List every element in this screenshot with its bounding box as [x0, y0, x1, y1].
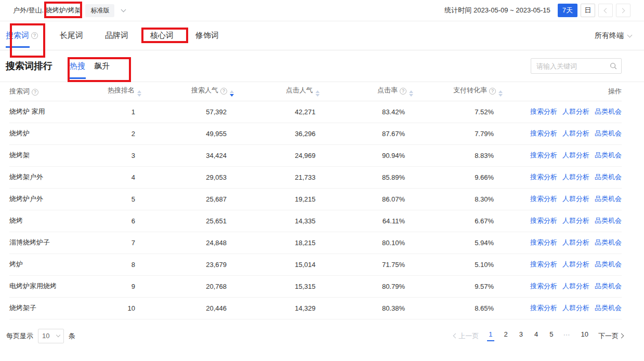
col-label: 搜索词 [9, 87, 30, 95]
action-link-category-opportunity[interactable]: 品类机会 [595, 108, 622, 115]
breadcrumb-current-category[interactable]: 烧烤炉/烤架 [46, 6, 82, 15]
action-link-search-analysis[interactable]: 搜索分析 [530, 282, 557, 290]
action-link-search-analysis[interactable]: 搜索分析 [530, 304, 557, 312]
keyword-search-input[interactable] [536, 62, 610, 70]
col-header-search_pop[interactable]: 搜索人气? [141, 82, 234, 101]
subtab-rising[interactable]: 飙升 [94, 50, 110, 82]
page-2[interactable]: 2 [503, 330, 509, 341]
terminal-filter[interactable]: 所有终端 [595, 31, 632, 41]
tab-brand-word[interactable]: 品牌词 [105, 21, 128, 50]
action-link-search-analysis[interactable]: 搜索分析 [530, 260, 557, 268]
action-link-search-analysis[interactable]: 搜索分析 [530, 195, 557, 203]
cell-rank: 10 [103, 297, 141, 319]
tab-core-word[interactable]: 核心词 [150, 21, 174, 50]
action-link-search-analysis[interactable]: 搜索分析 [530, 129, 557, 137]
action-link-crowd-analysis[interactable]: 人群分析 [562, 129, 589, 137]
action-link-category-opportunity[interactable]: 品类机会 [595, 238, 622, 246]
cell-rank: 8 [103, 253, 141, 275]
table-row: 烧烤炉249,95536,29687.67%7.79%搜索分析人群分析品类机会 [9, 123, 622, 144]
next-page-button[interactable]: 下一页 [598, 331, 625, 341]
cell-cvr: 5.10% [413, 253, 503, 275]
action-link-crowd-analysis[interactable]: 人群分析 [562, 195, 589, 203]
page-size-control: 每页显示 10 条 [6, 329, 75, 343]
action-link-search-analysis[interactable]: 搜索分析 [530, 108, 557, 115]
help-icon[interactable]: ? [400, 88, 406, 95]
action-link-category-opportunity[interactable]: 品类机会 [595, 129, 622, 137]
page-size-select[interactable]: 10 [38, 329, 64, 343]
action-link-search-analysis[interactable]: 搜索分析 [530, 151, 557, 159]
table-row: 烧烤架户外429,05321,73385.89%9.66%搜索分析人群分析品类机… [9, 166, 622, 188]
action-link-crowd-analysis[interactable]: 人群分析 [562, 108, 589, 115]
cell-cvr: 8.65% [413, 297, 503, 319]
action-link-crowd-analysis[interactable]: 人群分析 [562, 304, 589, 312]
tab-long-tail-word[interactable]: 长尾词 [60, 21, 83, 50]
prev-page-button[interactable]: 上一页 [452, 331, 479, 341]
tab-search-word[interactable]: 搜索词? [6, 21, 38, 50]
page-5[interactable]: 5 [548, 330, 555, 341]
action-link-search-analysis[interactable]: 搜索分析 [530, 173, 557, 181]
range-day-button[interactable]: 日 [581, 4, 595, 17]
page-1[interactable]: 1 [487, 330, 494, 341]
next-period-button[interactable] [616, 4, 630, 17]
sort-icon[interactable] [137, 90, 141, 97]
page-4[interactable]: 4 [533, 330, 540, 341]
action-link-category-opportunity[interactable]: 品类机会 [595, 151, 622, 159]
action-link-category-opportunity[interactable]: 品类机会 [595, 195, 622, 203]
action-link-crowd-analysis[interactable]: 人群分析 [562, 151, 589, 159]
cell-click_pop: 21,733 [234, 166, 320, 188]
help-icon[interactable]: ? [32, 89, 38, 96]
chevron-down-icon [627, 32, 633, 37]
table-row: 烧烤625,65114,33564.11%6.67%搜索分析人群分析品类机会 [9, 210, 622, 232]
chevron-down-icon[interactable] [121, 7, 126, 12]
action-link-category-opportunity[interactable]: 品类机会 [595, 173, 622, 181]
cell-cvr: 7.79% [413, 123, 503, 144]
action-link-search-analysis[interactable]: 搜索分析 [530, 238, 557, 246]
col-header-rank[interactable]: 热搜排名 [103, 82, 141, 101]
section-title: 搜索词排行 [6, 60, 52, 72]
cell-actions: 搜索分析人群分析品类机会 [503, 166, 622, 188]
sort-icon[interactable] [498, 90, 503, 97]
cell-cvr: 9.66% [413, 166, 503, 188]
cell-ctr: 83.42% [320, 101, 413, 123]
cell-click_pop: 14,329 [234, 297, 320, 319]
ranking-section-head: 搜索词排行 热搜飙升 [0, 50, 644, 82]
action-link-crowd-analysis[interactable]: 人群分析 [562, 173, 589, 181]
page-size-value: 10 [42, 332, 49, 340]
cell-keyword: 烧烤架户外 [9, 166, 103, 188]
search-icon[interactable] [610, 62, 617, 70]
action-link-category-opportunity[interactable]: 品类机会 [595, 260, 622, 268]
help-icon[interactable]: ? [31, 32, 38, 39]
page-3[interactable]: 3 [518, 330, 524, 341]
action-link-crowd-analysis[interactable]: 人群分析 [562, 217, 589, 224]
tab-modifier-word[interactable]: 修饰词 [195, 21, 219, 50]
chevron-right-icon [620, 8, 625, 13]
action-link-crowd-analysis[interactable]: 人群分析 [562, 238, 589, 246]
subtab-hot[interactable]: 热搜 [69, 50, 86, 82]
cell-cvr: 7.52% [413, 101, 503, 123]
help-icon[interactable]: ? [220, 88, 227, 95]
sort-icon[interactable] [316, 90, 320, 97]
col-header-cvr[interactable]: 支付转化率? [413, 82, 503, 101]
action-link-crowd-analysis[interactable]: 人群分析 [562, 282, 589, 290]
sort-icon[interactable] [230, 90, 234, 97]
cell-click_pop: 42,271 [234, 101, 320, 123]
action-link-search-analysis[interactable]: 搜索分析 [530, 217, 557, 224]
col-header-ctr[interactable]: 点击率? [320, 82, 413, 101]
breadcrumb-prefix: 户外/登山.. [13, 6, 46, 15]
cell-search_pop: 20,446 [141, 297, 234, 319]
prev-period-button[interactable] [598, 4, 613, 17]
action-link-category-opportunity[interactable]: 品类机会 [595, 304, 622, 312]
col-label: 热搜排名 [108, 86, 135, 94]
cell-ctr: 90.94% [320, 144, 413, 166]
help-icon[interactable]: ? [489, 88, 496, 95]
page-10[interactable]: 10 [580, 330, 590, 341]
action-link-category-opportunity[interactable]: 品类机会 [595, 282, 622, 290]
page-size-label: 每页显示 [6, 331, 33, 341]
cell-search_pop: 29,053 [141, 166, 234, 188]
action-link-crowd-analysis[interactable]: 人群分析 [562, 260, 589, 268]
table-header-row: 搜索词?热搜排名搜索人气?点击人气点击率?支付转化率?操作 [9, 82, 622, 101]
col-header-click_pop[interactable]: 点击人气 [234, 82, 320, 101]
action-link-category-opportunity[interactable]: 品类机会 [595, 217, 622, 224]
range-7day-button[interactable]: 7天 [558, 4, 577, 17]
sort-icon[interactable] [409, 90, 413, 97]
